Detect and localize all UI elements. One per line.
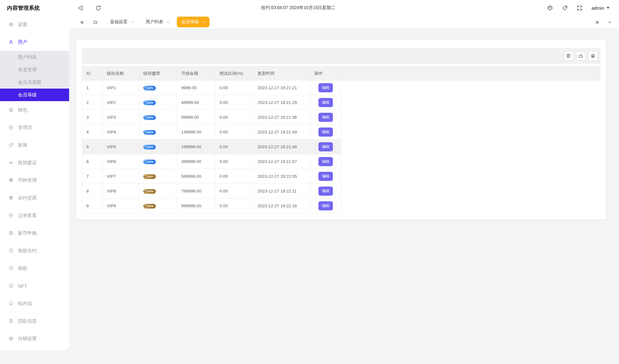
cell-filler xyxy=(341,198,601,213)
cell-gift-ratio: 0.00 xyxy=(215,198,253,213)
table-row: 9VIP9VIP9999999.000.002023-12-27 19:22:1… xyxy=(82,198,601,213)
cell-level-badge: VIP5 xyxy=(139,139,177,154)
vip-badge: VIP3 xyxy=(143,115,156,120)
sidebar-item-贷款信息[interactable]: 贷款信息 xyxy=(0,312,69,330)
tab-会员等级[interactable]: 会员等级× xyxy=(177,17,209,27)
tab-close-icon[interactable]: × xyxy=(167,20,170,24)
sidebar-item-币种管理[interactable]: 币种管理 xyxy=(0,171,69,189)
cell-gift-ratio: 0.00 xyxy=(215,110,253,125)
tab-用户列表[interactable]: 用户列表× xyxy=(141,17,174,27)
cell-level-name: VIP8 xyxy=(103,184,139,198)
edit-button[interactable]: 编辑 xyxy=(318,201,333,210)
sidebar-item-新闻[interactable]: 新闻 xyxy=(0,136,69,154)
vip-badge: VIP4 xyxy=(143,130,156,135)
menu-fold-icon[interactable] xyxy=(78,5,84,11)
sidebar-item-会员关系图[interactable]: 会员关系图 xyxy=(0,76,69,89)
cell-id: 3 xyxy=(82,110,103,125)
sidebar-item-设置[interactable]: 设置 xyxy=(0,16,69,33)
column-header-升级金额: 升级金额 xyxy=(177,67,215,80)
table-row: 4VIP4VIP4149999.000.002023-12-27 19:21:4… xyxy=(82,125,601,139)
table-toolbar xyxy=(82,48,600,64)
cell-updated-time: 2023-12-27 19:21:36 xyxy=(253,110,310,125)
edit-button[interactable]: 编辑 xyxy=(318,142,333,151)
sidebar-item-label: 用户 xyxy=(18,39,27,45)
edit-button[interactable]: 编辑 xyxy=(318,157,333,166)
sidebar-item-会员等级[interactable]: 会员等级 xyxy=(0,89,69,101)
sidebar-item-分销设置[interactable]: 分销设置 xyxy=(0,330,69,347)
shield-icon xyxy=(8,125,14,130)
cell-level-name: VIP7 xyxy=(103,169,139,184)
home-icon[interactable] xyxy=(93,19,98,25)
cell-level-name: VIP5 xyxy=(103,139,139,154)
sidebar-item-智能合约[interactable]: 智能合约 xyxy=(0,242,69,259)
palette-icon[interactable] xyxy=(547,5,553,11)
cell-level-badge: VIP8 xyxy=(139,184,177,198)
cell-level-name: VIP6 xyxy=(103,154,139,169)
print-icon xyxy=(590,53,595,58)
cell-actions: 编辑 xyxy=(310,125,341,139)
edit-button[interactable]: 编辑 xyxy=(318,83,333,92)
cell-upgrade-amount: 199999.00 xyxy=(177,139,215,154)
cell-actions: 编辑 xyxy=(310,154,341,169)
sidebar-item-新币申购[interactable]: 新币申购 xyxy=(0,224,69,242)
cell-updated-time: 2023-12-27 19:21:21 xyxy=(253,80,310,95)
print-button[interactable] xyxy=(588,51,598,61)
sidebar-item-期权[interactable]: 期权 xyxy=(0,259,69,277)
member-level-table: ID级别名称级别徽章升级金额赠送比例(%)更新时间操作 1VIP1VIP1999… xyxy=(82,66,600,213)
cell-gift-ratio: 0.00 xyxy=(215,125,253,139)
cell-level-name: VIP9 xyxy=(103,198,139,213)
sidebar-item-记录查看[interactable]: 记录查看 xyxy=(0,207,69,224)
cell-upgrade-amount: 599999.00 xyxy=(177,169,215,184)
sidebar-item-实名管理[interactable]: 实名管理 xyxy=(0,63,69,76)
clock-text: 纽约:03:04:07 2024年10月15日星期二 xyxy=(261,5,335,11)
sidebar-item-管理员[interactable]: 管理员 xyxy=(0,119,69,136)
column-header-操作: 操作 xyxy=(310,67,341,80)
user-name: admin xyxy=(591,5,604,11)
edit-button[interactable]: 编辑 xyxy=(318,172,333,181)
cell-upgrade-amount: 49999.00 xyxy=(177,95,215,110)
sidebar-item-NFT[interactable]: NFT xyxy=(0,277,69,295)
refresh-icon[interactable] xyxy=(95,5,101,11)
diamond-icon xyxy=(143,115,148,120)
tabs-scroll-right-icon[interactable]: » xyxy=(595,19,599,25)
edit-button[interactable]: 编辑 xyxy=(318,98,333,107)
fullscreen-icon[interactable] xyxy=(577,5,583,11)
cell-gift-ratio: 0.00 xyxy=(215,95,253,110)
user-icon xyxy=(8,40,14,45)
cell-actions: 编辑 xyxy=(310,95,341,110)
cell-updated-time: 2023-12-27 19:22:11 xyxy=(253,184,310,198)
edit-button[interactable]: 编辑 xyxy=(318,113,333,122)
tab-基础设置[interactable]: 基础设置× xyxy=(106,17,138,27)
sidebar-item-投拆建议[interactable]: 投拆建议 xyxy=(0,154,69,171)
column-header-级别徽章: 级别徽章 xyxy=(139,67,177,80)
tabs-scroll-left-icon[interactable]: « xyxy=(80,19,84,25)
cell-upgrade-amount: 999999.00 xyxy=(177,198,215,213)
table-row: 1VIP1VIP19999.000.002023-12-27 19:21:21编… xyxy=(82,80,601,95)
cell-level-name: VIP2 xyxy=(103,95,139,110)
cell-upgrade-amount: 399999.00 xyxy=(177,154,215,169)
vip-badge: VIP5 xyxy=(143,145,156,149)
cell-level-badge: VIP6 xyxy=(139,154,177,169)
sidebar-item-用户[interactable]: 用户 xyxy=(0,33,69,51)
clock-icon xyxy=(8,266,14,271)
tab-close-icon[interactable]: × xyxy=(131,20,134,24)
cell-gift-ratio: 0.00 xyxy=(215,169,253,184)
sidebar-item-用户列表[interactable]: 用户列表 xyxy=(0,51,69,63)
gem-icon xyxy=(8,178,14,183)
sidebar-item-钱包[interactable]: 钱包 xyxy=(0,101,69,119)
sidebar-item-label: NFT xyxy=(18,283,27,289)
cell-updated-time: 2023-12-27 19:22:05 xyxy=(253,169,310,184)
edit-button[interactable]: 编辑 xyxy=(318,128,333,137)
sidebar-item-站内信[interactable]: 站内信 xyxy=(0,295,69,312)
sidebar-item-合约交易[interactable]: 合约交易 xyxy=(0,189,69,207)
column-header-filler xyxy=(341,67,601,80)
user-menu[interactable]: admin xyxy=(591,5,610,11)
column-settings-button[interactable] xyxy=(564,51,573,61)
tab-close-icon[interactable]: × xyxy=(203,20,205,24)
cell-upgrade-amount: 149999.00 xyxy=(177,125,215,139)
edit-button[interactable]: 编辑 xyxy=(318,187,333,196)
export-button[interactable] xyxy=(576,51,585,61)
sidebar: 设置用户用户列表实名管理会员关系图会员等级钱包管理员新闻投拆建议币种管理合约交易… xyxy=(0,16,69,350)
tabs-menu-chevron-icon[interactable] xyxy=(607,20,612,24)
tag-icon[interactable] xyxy=(562,5,568,11)
